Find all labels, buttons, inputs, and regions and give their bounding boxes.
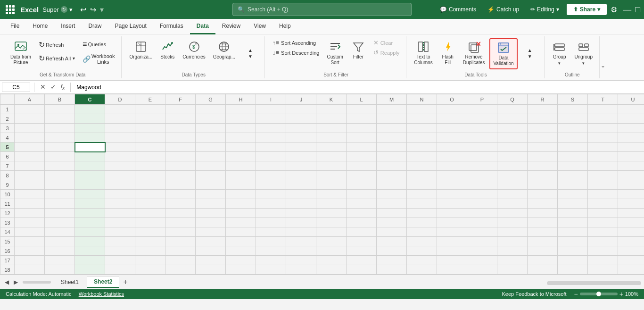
tab-formulas[interactable]: Formulas	[153, 19, 190, 34]
cell-H10[interactable]	[226, 190, 256, 199]
cell-E14[interactable]	[135, 227, 165, 237]
file-dropdown-icon[interactable]: ▾	[69, 6, 73, 13]
cell-H2[interactable]	[226, 114, 256, 124]
tab-page-layout[interactable]: Page Layout	[108, 19, 153, 34]
cell-O16[interactable]	[437, 246, 467, 256]
row-num-12[interactable]: 12	[0, 209, 15, 218]
cell-E2[interactable]	[135, 114, 165, 124]
cell-I14[interactable]	[256, 227, 286, 237]
cell-C10[interactable]	[75, 190, 105, 199]
cell-D13[interactable]	[105, 218, 135, 227]
cell-S18[interactable]	[558, 265, 588, 275]
cell-L7[interactable]	[347, 161, 377, 171]
cell-Q6[interactable]	[497, 152, 528, 161]
cell-U9[interactable]	[618, 180, 644, 190]
cell-A16[interactable]	[15, 246, 45, 256]
cell-G6[interactable]	[196, 152, 226, 161]
cell-A4[interactable]	[15, 133, 45, 142]
cell-N15[interactable]	[407, 237, 437, 246]
cell-B3[interactable]	[45, 124, 75, 133]
zoom-in-button[interactable]: +	[619, 290, 623, 298]
cell-K6[interactable]	[316, 152, 347, 161]
cell-N14[interactable]	[407, 227, 437, 237]
cell-L4[interactable]	[347, 133, 377, 142]
cell-L3[interactable]	[347, 124, 377, 133]
zoom-out-button[interactable]: −	[574, 290, 578, 298]
cell-D17[interactable]	[105, 256, 135, 265]
cell-P16[interactable]	[467, 246, 497, 256]
cell-A14[interactable]	[15, 227, 45, 237]
col-header-F[interactable]: F	[165, 94, 196, 105]
cell-H6[interactable]	[226, 152, 256, 161]
cell-Q4[interactable]	[497, 133, 528, 142]
cell-O10[interactable]	[437, 190, 467, 199]
cell-C14[interactable]	[75, 227, 105, 237]
cell-N10[interactable]	[407, 190, 437, 199]
cell-Q3[interactable]	[497, 124, 528, 133]
col-header-N[interactable]: N	[407, 94, 437, 105]
cell-A13[interactable]	[15, 218, 45, 227]
cell-U17[interactable]	[618, 256, 644, 265]
cell-G4[interactable]	[196, 133, 226, 142]
cell-J14[interactable]	[286, 227, 316, 237]
cell-R2[interactable]	[528, 114, 558, 124]
cell-S5[interactable]	[558, 142, 588, 152]
cell-O15[interactable]	[437, 237, 467, 246]
cell-J10[interactable]	[286, 190, 316, 199]
cell-R6[interactable]	[528, 152, 558, 161]
cell-L1[interactable]	[347, 105, 377, 114]
clear-button[interactable]: ✕ Clear	[371, 38, 402, 47]
cell-K15[interactable]	[316, 237, 347, 246]
currencies-button[interactable]: $ € Currencies	[180, 38, 208, 62]
cell-B7[interactable]	[45, 161, 75, 171]
cell-P17[interactable]	[467, 256, 497, 265]
flash-fill-button[interactable]: FlashFill	[438, 38, 458, 67]
insert-function-icon[interactable]: fx	[59, 82, 66, 92]
cell-E7[interactable]	[135, 161, 165, 171]
cell-B4[interactable]	[45, 133, 75, 142]
cell-K3[interactable]	[316, 124, 347, 133]
quick-access-more[interactable]: ▾	[100, 5, 104, 14]
cell-F2[interactable]	[165, 114, 196, 124]
cell-F6[interactable]	[165, 152, 196, 161]
add-sheet-button[interactable]: +	[120, 277, 130, 287]
cell-T18[interactable]	[588, 265, 618, 275]
cell-L18[interactable]	[347, 265, 377, 275]
cell-G17[interactable]	[196, 256, 226, 265]
cell-T14[interactable]	[588, 227, 618, 237]
cell-Q14[interactable]	[497, 227, 528, 237]
cell-Q1[interactable]	[497, 105, 528, 114]
cell-F13[interactable]	[165, 218, 196, 227]
cell-D16[interactable]	[105, 246, 135, 256]
cell-R7[interactable]	[528, 161, 558, 171]
cell-I8[interactable]	[256, 171, 286, 180]
tab-insert[interactable]: Insert	[54, 19, 82, 34]
cell-F3[interactable]	[165, 124, 196, 133]
cell-E6[interactable]	[135, 152, 165, 161]
cell-M12[interactable]	[377, 209, 407, 218]
cell-L6[interactable]	[347, 152, 377, 161]
cell-M16[interactable]	[377, 246, 407, 256]
cell-Q8[interactable]	[497, 171, 528, 180]
cell-M13[interactable]	[377, 218, 407, 227]
cell-A6[interactable]	[15, 152, 45, 161]
cell-E3[interactable]	[135, 124, 165, 133]
cell-K2[interactable]	[316, 114, 347, 124]
cell-N5[interactable]	[407, 142, 437, 152]
cell-L5[interactable]	[347, 142, 377, 152]
cell-F7[interactable]	[165, 161, 196, 171]
cell-T11[interactable]	[588, 199, 618, 209]
cell-H14[interactable]	[226, 227, 256, 237]
cell-K13[interactable]	[316, 218, 347, 227]
cell-T10[interactable]	[588, 190, 618, 199]
refresh-button[interactable]: ↻ Refresh	[36, 38, 78, 51]
cell-E11[interactable]	[135, 199, 165, 209]
cell-N1[interactable]	[407, 105, 437, 114]
cell-H8[interactable]	[226, 171, 256, 180]
cell-E16[interactable]	[135, 246, 165, 256]
cell-I5[interactable]	[256, 142, 286, 152]
cell-J5[interactable]	[286, 142, 316, 152]
cell-B13[interactable]	[45, 218, 75, 227]
cell-G14[interactable]	[196, 227, 226, 237]
cell-O5[interactable]	[437, 142, 467, 152]
